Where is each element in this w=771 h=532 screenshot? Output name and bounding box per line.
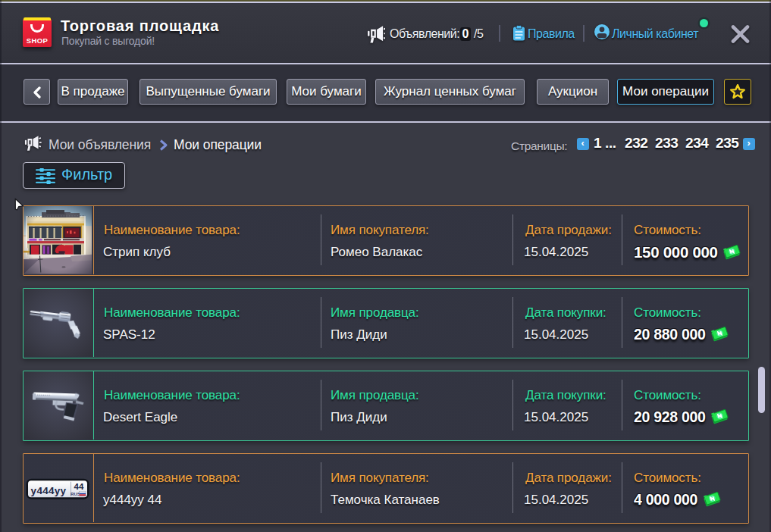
svg-text:y444yy: y444yy — [31, 485, 67, 496]
svg-text:44: 44 — [74, 482, 84, 491]
svg-text:RUS: RUS — [71, 491, 80, 496]
